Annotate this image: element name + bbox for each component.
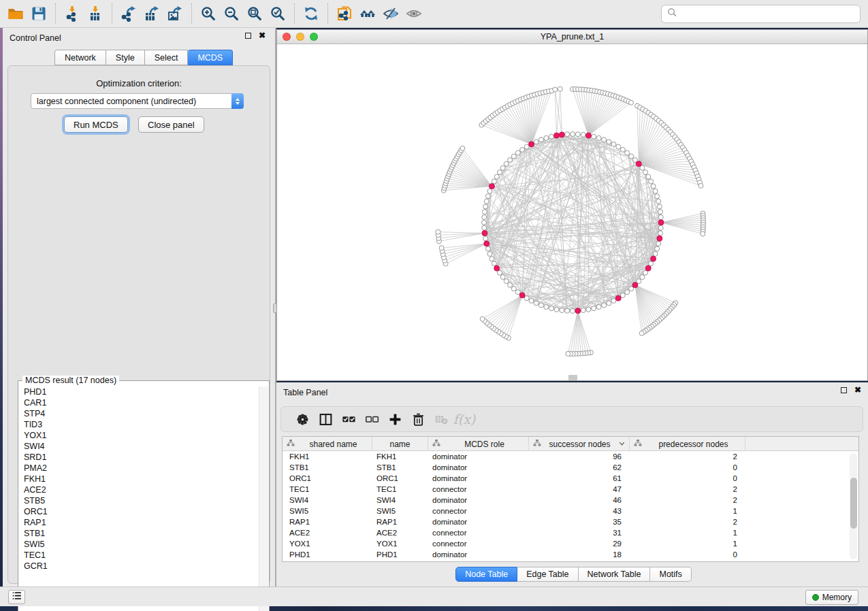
table-panel-close-icon[interactable]: ✖ <box>854 387 861 393</box>
tab-network[interactable]: Network <box>54 50 106 65</box>
create-column-plus-icon[interactable] <box>383 409 406 429</box>
export-network-icon[interactable] <box>118 3 139 24</box>
table-cell: 2 <box>630 518 745 526</box>
mcds-result-item[interactable]: PMA2 <box>19 463 259 474</box>
close-panel-button[interactable]: Close panel <box>138 116 204 133</box>
table-row[interactable]: TEC1TEC1connector472 <box>283 484 858 495</box>
column-header-MCDS-role[interactable]: MCDS role <box>428 437 529 451</box>
table-row[interactable]: SWI4SWI4dominator462 <box>283 495 858 506</box>
mcds-result-item[interactable]: ORC1 <box>19 506 259 517</box>
mcds-panel: Optimization criterion: largest connecte… <box>7 65 270 584</box>
table-cell: 0 <box>630 550 745 559</box>
horizontal-splitter-grip[interactable] <box>568 375 577 380</box>
zoom-selected-icon[interactable] <box>268 3 288 24</box>
mcds-result-item[interactable]: FKH1 <box>19 474 259 484</box>
column-header-successor-nodes[interactable]: successor nodes <box>529 437 630 451</box>
column-header-predecessor-nodes[interactable]: predecessor nodes <box>630 437 745 451</box>
tab-style[interactable]: Style <box>106 50 145 65</box>
table-cell: dominator <box>428 550 529 559</box>
dropdown-selected-value: largest connected component (undirected) <box>31 97 231 106</box>
mcds-result-item[interactable]: ACE2 <box>19 484 259 495</box>
mcds-result-item[interactable]: STB5 <box>19 495 259 506</box>
first-neighbors-icon[interactable] <box>357 3 378 24</box>
table-cell: YOX1 <box>372 540 428 548</box>
function-builder-icon: f(x) <box>453 409 476 429</box>
export-table-icon[interactable] <box>142 3 162 24</box>
table-row[interactable]: ACE2ACE2connector311 <box>283 527 858 538</box>
table-cell: connector <box>428 507 529 515</box>
show-columns-icon[interactable] <box>314 409 337 429</box>
apply-layout-refresh-icon[interactable] <box>301 3 321 24</box>
mcds-result-item[interactable]: SWI5 <box>19 539 259 550</box>
mcds-result-item[interactable]: CAR1 <box>19 397 259 408</box>
toolbar-separator <box>55 3 56 24</box>
network-document-share-icon[interactable] <box>334 3 355 24</box>
tab-mcds[interactable]: MCDS <box>188 50 233 65</box>
table-row[interactable]: SWI5SWI5connector431 <box>283 506 858 516</box>
table-cell: ORC1 <box>283 474 372 482</box>
task-history-button[interactable] <box>8 590 25 604</box>
table-cell: 96 <box>529 452 630 461</box>
table-cell: 0 <box>630 474 745 482</box>
tab-network-table[interactable]: Network Table <box>579 567 651 582</box>
list-icon <box>12 591 22 604</box>
mcds-result-item[interactable]: SWI4 <box>19 441 259 452</box>
zoom-out-icon[interactable] <box>221 3 242 24</box>
mcds-result-item[interactable]: STP4 <box>19 408 259 419</box>
column-header-name[interactable]: name <box>372 437 428 451</box>
node-table-scrollbar-thumb[interactable] <box>850 478 857 529</box>
table-row[interactable]: PHD1PHD1dominator180 <box>283 549 858 560</box>
search-box[interactable] <box>661 5 861 23</box>
zoom-in-icon[interactable] <box>198 3 219 24</box>
search-icon <box>666 7 678 21</box>
table-cell: 31 <box>529 529 630 537</box>
column-type-tree-icon <box>432 439 440 449</box>
table-cell: 1 <box>630 540 745 548</box>
eye-slash-icon[interactable] <box>381 3 401 24</box>
control-panel-close-icon[interactable]: ✖ <box>259 33 266 39</box>
table-cell: ACE2 <box>372 529 428 537</box>
table-cell: 2 <box>630 452 745 461</box>
mcds-result-item[interactable]: YOX1 <box>19 430 259 441</box>
save-session-icon[interactable] <box>29 3 49 24</box>
mcds-result-item[interactable]: STB1 <box>19 528 259 539</box>
node-table-scrollbar[interactable] <box>850 453 857 559</box>
search-input[interactable] <box>678 7 860 21</box>
mcds-result-item[interactable]: PHD1 <box>19 386 259 397</box>
table-panel-float-icon[interactable] <box>841 387 847 393</box>
table-row[interactable]: FKH1FKH1dominator962 <box>283 451 858 462</box>
zoom-fit-icon[interactable] <box>244 3 265 24</box>
tab-node-table[interactable]: Node Table <box>455 567 517 582</box>
mcds-result-item[interactable]: SRD1 <box>19 452 259 463</box>
tab-edge-table[interactable]: Edge Table <box>517 567 578 582</box>
memory-button[interactable]: Memory <box>805 590 858 605</box>
table-cell: dominator <box>428 463 529 472</box>
column-header-shared-name[interactable]: shared name <box>283 437 372 451</box>
table-row[interactable]: ORC1ORC1dominator610 <box>283 473 858 484</box>
run-mcds-button[interactable]: Run MCDS <box>64 116 128 133</box>
open-folder-icon[interactable] <box>5 3 26 24</box>
import-table-icon[interactable] <box>85 3 106 24</box>
tab-select[interactable]: Select <box>145 50 189 65</box>
control-panel-float-icon[interactable] <box>245 33 251 39</box>
network-frame-titlebar[interactable]: YPA_prune.txt_1 <box>277 30 867 44</box>
table-cell: RAP1 <box>283 518 372 526</box>
table-row[interactable]: RAP1RAP1dominator352 <box>283 516 858 527</box>
select-all-checkboxes-icon[interactable] <box>337 409 360 429</box>
table-row[interactable]: YOX1YOX1connector291 <box>283 538 858 549</box>
tab-motifs[interactable]: Motifs <box>650 567 691 582</box>
mcds-result-item[interactable]: RAP1 <box>19 517 259 528</box>
deselect-all-checkboxes-icon[interactable] <box>360 409 383 429</box>
table-row[interactable]: STB1STB1dominator620 <box>283 462 858 473</box>
network-canvas[interactable] <box>277 44 867 380</box>
optimization-criterion-dropdown[interactable]: largest connected component (undirected) <box>31 93 244 109</box>
export-image-icon[interactable] <box>165 3 185 24</box>
table-cell: dominator <box>428 452 529 461</box>
table-panel-titlebar: Table Panel ✖ <box>276 386 868 401</box>
mcds-result-item[interactable]: TEC1 <box>19 550 259 561</box>
eye-icon[interactable] <box>404 3 424 24</box>
mcds-result-item[interactable]: TID3 <box>19 419 259 430</box>
table-settings-gear-icon[interactable] <box>291 409 314 429</box>
delete-column-trash-icon[interactable] <box>406 409 430 429</box>
import-network-icon[interactable] <box>62 3 82 24</box>
